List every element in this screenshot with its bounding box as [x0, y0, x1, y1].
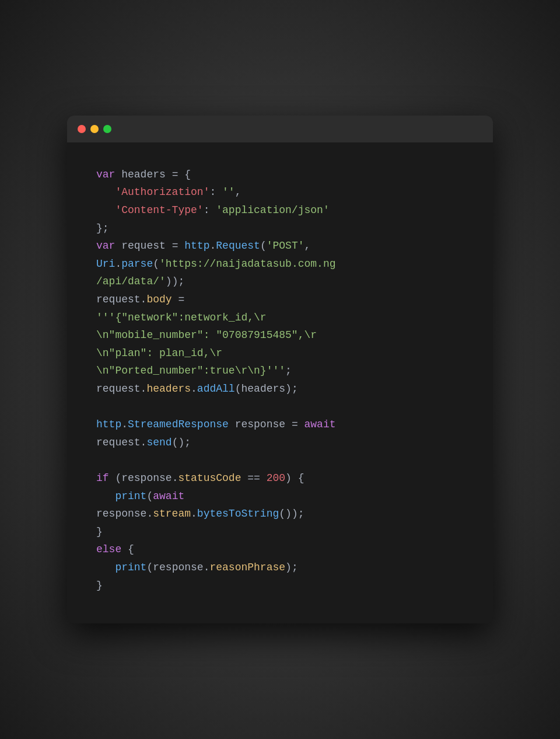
- code-line-17: print(await: [96, 487, 464, 506]
- code-line-14: http.StreamedResponse response = await: [96, 416, 464, 434]
- code-line-22: }: [96, 577, 464, 595]
- code-line-3: 'Content-Type': 'application/json': [96, 201, 464, 219]
- code-line-1: var headers = {: [96, 166, 464, 184]
- code-line-20: else {: [96, 541, 464, 559]
- code-line-11: \n"plan": plan_id,\r: [96, 344, 464, 362]
- code-line-2: 'Authorization': '',: [96, 183, 464, 201]
- code-window: var headers = { 'Authorization': '', 'Co…: [67, 116, 493, 623]
- code-line-16: if (response.statusCode == 200) {: [96, 469, 464, 487]
- code-line-10: \n"mobile_number": "07087915485",\r: [96, 326, 464, 344]
- close-button[interactable]: [78, 125, 86, 133]
- code-line-21: print(response.reasonPhrase);: [96, 559, 464, 577]
- code-editor: var headers = { 'Authorization': '', 'Co…: [67, 142, 493, 623]
- code-line-5: var request = http.Request('POST',: [96, 237, 464, 255]
- blank-line-1: [96, 398, 464, 416]
- code-line-18: response.stream.bytesToString());: [96, 505, 464, 523]
- titlebar: [67, 116, 493, 142]
- blank-line-2: [96, 451, 464, 469]
- code-line-12: \n"Ported_number":true\r\n}''';: [96, 362, 464, 380]
- code-line-4: };: [96, 219, 464, 238]
- maximize-button[interactable]: [103, 125, 111, 133]
- code-line-8: request.body =: [96, 291, 464, 309]
- code-line-19: }: [96, 523, 464, 541]
- code-line-9: '''{"network":network_id,\r: [96, 309, 464, 327]
- code-line-13: request.headers.addAll(headers);: [96, 380, 464, 398]
- code-line-7: /api/data/'));: [96, 273, 464, 291]
- code-line-6: Uri.parse('https://naijadatasub.com.ng: [96, 255, 464, 273]
- code-line-15: request.send();: [96, 434, 464, 452]
- minimize-button[interactable]: [90, 125, 99, 133]
